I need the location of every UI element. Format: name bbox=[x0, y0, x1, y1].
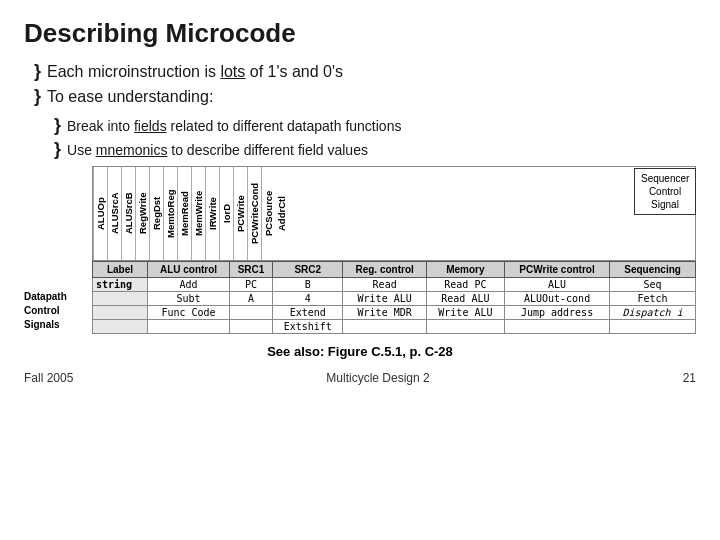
sequencer-box: Sequencer Control Signal bbox=[634, 168, 696, 215]
cell-reg-2: Write ALU bbox=[343, 292, 426, 306]
cell-seq-4 bbox=[610, 320, 696, 334]
bullet-section: } Each microinstruction is lots of 1's a… bbox=[34, 61, 696, 107]
cell-src1-4 bbox=[230, 320, 273, 334]
bullet-symbol-2: } bbox=[34, 86, 41, 107]
cell-src2-1: B bbox=[273, 278, 343, 292]
footer-right: 21 bbox=[683, 371, 696, 385]
page-title: Describing Microcode bbox=[24, 18, 696, 49]
table-row: Func Code Extend Write MDR Write ALU Jum… bbox=[93, 306, 696, 320]
bullet-2: } To ease understanding: bbox=[34, 86, 696, 107]
microcode-table: Label ALU control SRC1 SRC2 Reg. control… bbox=[92, 261, 696, 334]
col-header-pcwrite: PCWrite bbox=[233, 167, 247, 260]
cell-src2-3: Extend bbox=[273, 306, 343, 320]
col-header-regdst: RegDst bbox=[149, 167, 163, 260]
bullet-2-text: To ease understanding: bbox=[47, 88, 213, 106]
cell-pcw-4 bbox=[504, 320, 609, 334]
sub-bullet-symbol-2: } bbox=[54, 139, 61, 160]
sub-bullet-1-text: Break into fields related to different d… bbox=[67, 118, 401, 134]
table-header-row: Label ALU control SRC1 SRC2 Reg. control… bbox=[93, 262, 696, 278]
cell-label-3 bbox=[93, 306, 148, 320]
col-header-memwrite: MemWrite bbox=[191, 167, 205, 260]
cell-alu-1: Add bbox=[148, 278, 230, 292]
sub-bullets: } Break into fields related to different… bbox=[54, 115, 696, 160]
col-header-alusrca: ALUSrcA bbox=[107, 167, 121, 260]
right-content: ALUOp ALUSrcA ALUSrcB RegWrite RegDst Me… bbox=[92, 166, 696, 334]
col-label: Label bbox=[93, 262, 148, 278]
col-header-addrctl: AddrCtl bbox=[275, 167, 288, 260]
col-alu-control: ALU control bbox=[148, 262, 230, 278]
sub-bullet-2-text: Use mnemonics to describe different fiel… bbox=[67, 142, 368, 158]
footer-center: Multicycle Design 2 bbox=[326, 371, 429, 385]
cell-reg-3: Write MDR bbox=[343, 306, 426, 320]
bullet-1: } Each microinstruction is lots of 1's a… bbox=[34, 61, 696, 82]
cell-mem-4 bbox=[426, 320, 504, 334]
cell-pcw-1: ALU bbox=[504, 278, 609, 292]
cell-seq-2: Fetch bbox=[610, 292, 696, 306]
col-header-aluop: ALUOp bbox=[93, 167, 107, 260]
col-header-iord: IorD bbox=[219, 167, 233, 260]
mnemonics-underline: mnemonics bbox=[96, 142, 168, 158]
col-header-pcwritecond: PCWriteCond bbox=[247, 167, 261, 260]
column-headers: ALUOp ALUSrcA ALUSrcB RegWrite RegDst Me… bbox=[92, 166, 696, 261]
col-header-memread: MemRead bbox=[177, 167, 191, 260]
cell-src2-2: 4 bbox=[273, 292, 343, 306]
sequencer-line3: Signal bbox=[651, 199, 679, 210]
col-pcwrite-control: PCWrite control bbox=[504, 262, 609, 278]
cell-alu-4 bbox=[148, 320, 230, 334]
dispatch-text: Dispatch i bbox=[622, 307, 682, 318]
cell-alu-2: Subt bbox=[148, 292, 230, 306]
cell-mem-2: Read ALU bbox=[426, 292, 504, 306]
cell-seq-3: Dispatch i bbox=[610, 306, 696, 320]
col-reg-control: Reg. control bbox=[343, 262, 426, 278]
datapath-label: DatapathControlSignals bbox=[24, 166, 92, 334]
table-row: string Add PC B Read Read PC ALU Seq bbox=[93, 278, 696, 292]
footer-left: Fall 2005 bbox=[24, 371, 73, 385]
cell-seq-1: Seq bbox=[610, 278, 696, 292]
cell-label-4 bbox=[93, 320, 148, 334]
footer: Fall 2005 Multicycle Design 2 21 bbox=[24, 371, 696, 385]
bullet-symbol-1: } bbox=[34, 61, 41, 82]
sub-bullet-symbol-1: } bbox=[54, 115, 61, 136]
col-header-irwrite: IRWrite bbox=[205, 167, 219, 260]
fields-underline: fields bbox=[134, 118, 167, 134]
bullet-1-text: Each microinstruction is lots of 1's and… bbox=[47, 63, 343, 81]
cell-pcw-3: Jump address bbox=[504, 306, 609, 320]
cell-src1-1: PC bbox=[230, 278, 273, 292]
col-header-regwrite: RegWrite bbox=[135, 167, 149, 260]
sub-bullet-2: } Use mnemonics to describe different fi… bbox=[54, 139, 696, 160]
col-header-alusrcb: ALUSrcB bbox=[121, 167, 135, 260]
see-also: See also: Figure C.5.1, p. C-28 bbox=[24, 344, 696, 359]
table-row: Subt A 4 Write ALU Read ALU ALUOut-cond … bbox=[93, 292, 696, 306]
datapath-label-text: DatapathControlSignals bbox=[24, 290, 88, 332]
col-header-memtoreg: MemtoReg bbox=[163, 167, 177, 260]
cell-mem-3: Write ALU bbox=[426, 306, 504, 320]
sub-bullet-1: } Break into fields related to different… bbox=[54, 115, 696, 136]
col-sequencing: Sequencing bbox=[610, 262, 696, 278]
cell-alu-3: Func Code bbox=[148, 306, 230, 320]
cell-pcw-2: ALUOut-cond bbox=[504, 292, 609, 306]
col-header-pcsource: PCSource bbox=[261, 167, 275, 260]
diagram-wrapper: DatapathControlSignals ALUOp ALUSrcA ALU… bbox=[24, 166, 696, 334]
col-src1: SRC1 bbox=[230, 262, 273, 278]
cell-src1-2: A bbox=[230, 292, 273, 306]
table-row: Extshift bbox=[93, 320, 696, 334]
col-src2: SRC2 bbox=[273, 262, 343, 278]
cell-mem-1: Read PC bbox=[426, 278, 504, 292]
cell-label-1: string bbox=[93, 278, 148, 292]
lots-underline: lots bbox=[220, 63, 245, 80]
sequencer-line1: Sequencer bbox=[641, 173, 689, 184]
cell-reg-4 bbox=[343, 320, 426, 334]
sequencer-line2: Control bbox=[649, 186, 681, 197]
col-memory: Memory bbox=[426, 262, 504, 278]
cell-label-2 bbox=[93, 292, 148, 306]
cell-src2-4: Extshift bbox=[273, 320, 343, 334]
cell-src1-3 bbox=[230, 306, 273, 320]
page: Describing Microcode } Each microinstruc… bbox=[0, 0, 720, 540]
cell-reg-1: Read bbox=[343, 278, 426, 292]
